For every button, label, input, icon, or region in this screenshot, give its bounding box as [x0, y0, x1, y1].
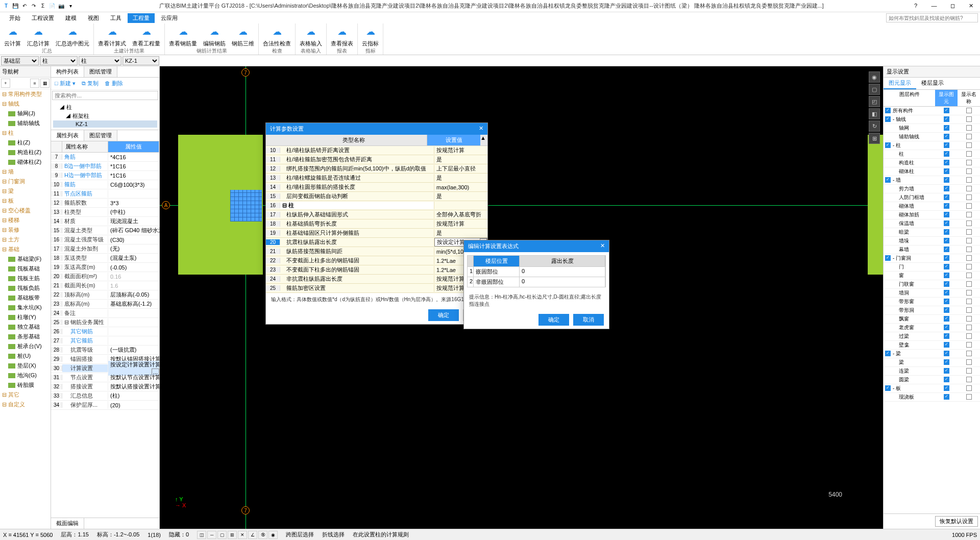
ribbon-钢筋三维[interactable]: ☁钢筋三维 [232, 24, 254, 47]
ribbon-编辑钢筋[interactable]: ☁编辑钢筋 [203, 24, 226, 47]
redo-icon[interactable]: ↷ [30, 2, 38, 10]
help-search[interactable] [886, 13, 978, 22]
ribbon-合法性检查[interactable]: ☁合法性检查 [263, 24, 291, 47]
minimize-button[interactable]: — [927, 3, 941, 9]
member-select[interactable]: KZ-1 [122, 56, 159, 65]
menubar: 开始 工程设置 建模 视图 工具 工程量 云应用 [0, 12, 980, 23]
help-search-input[interactable] [886, 13, 978, 22]
ribbon-云计算[interactable]: ☁云计算 [4, 24, 21, 47]
ribbon-查看报表[interactable]: ☁查看报表 [331, 24, 353, 47]
menu-view[interactable]: 视图 [83, 13, 104, 23]
ribbon-查看钢筋量[interactable]: ☁查看钢筋量 [169, 24, 197, 47]
undo-icon[interactable]: ↶ [20, 2, 29, 10]
menu-cloud[interactable]: 云应用 [156, 13, 183, 23]
menu-tools[interactable]: 工具 [105, 13, 127, 23]
floor-select[interactable]: 基础层 [1, 56, 39, 65]
doc-icon[interactable]: 📄 [48, 2, 56, 10]
screenshot-icon[interactable]: 📷 [57, 2, 65, 10]
context-dropdowns: 基础层 柱 柱 KZ-1 [0, 55, 980, 66]
save-icon[interactable]: 💾 [11, 2, 19, 10]
titlebar: T 💾 ↶ ↷ Σ 📄 📷 ▾ 广联达BIM土建计量平台 GTJ2018 - [… [0, 0, 980, 12]
menu-start[interactable]: 开始 [4, 13, 26, 23]
menu-quantity[interactable]: 工程量 [128, 13, 155, 23]
ribbon: ☁云计算☁汇总计算☁汇总选中图元汇总☁查看计算式☁查看工程量土建计算结果☁查看钢… [0, 23, 980, 55]
window-title: 广联达BIM土建计量平台 GTJ2018 - [C:\Users\Adminis… [75, 2, 909, 10]
category-select[interactable]: 柱 [40, 56, 78, 65]
type-select[interactable]: 柱 [79, 56, 121, 65]
app-icon: T [2, 2, 10, 10]
maximize-button[interactable]: ◻ [945, 3, 960, 9]
menu-modeling[interactable]: 建模 [60, 13, 82, 23]
sigma-icon[interactable]: Σ [39, 2, 47, 10]
ribbon-汇总计算[interactable]: ☁汇总计算 [27, 24, 50, 47]
help-icon[interactable]: ? [909, 3, 923, 9]
ribbon-表格输入[interactable]: ☁表格输入 [300, 24, 322, 47]
close-button[interactable]: ✕ [964, 3, 978, 9]
ribbon-查看工程量[interactable]: ☁查看工程量 [132, 24, 160, 47]
menu-project-settings[interactable]: 工程设置 [27, 13, 59, 23]
ribbon-查看计算式[interactable]: ☁查看计算式 [98, 24, 126, 47]
ribbon-汇总选中图元[interactable]: ☁汇总选中图元 [56, 24, 89, 47]
more-icon[interactable]: ▾ [66, 2, 75, 10]
ribbon-云指标[interactable]: ☁云指标 [362, 24, 379, 47]
